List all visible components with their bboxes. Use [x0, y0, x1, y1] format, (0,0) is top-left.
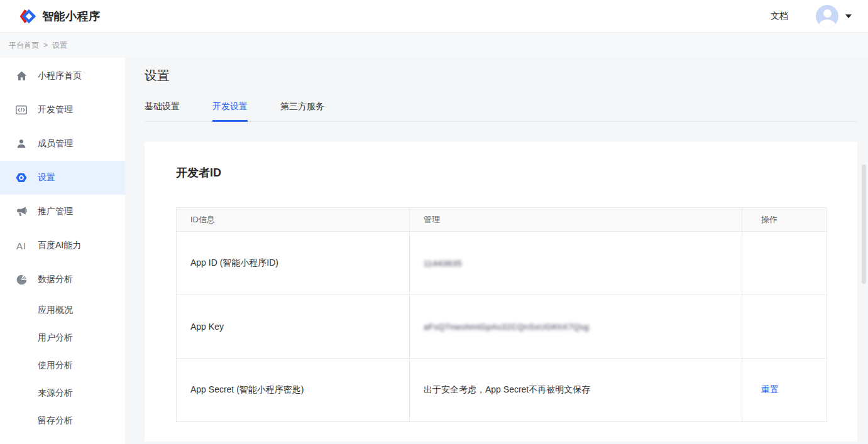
sidebar-item-label: 应用概况 [38, 305, 73, 316]
pie-chart-icon [16, 274, 27, 285]
row-label: App ID (智能小程序ID) [177, 232, 410, 295]
sidebar-item-baidu-ai[interactable]: AI 百度AI能力 [0, 229, 125, 263]
row-action-empty [742, 232, 827, 295]
sidebar-item-label: 小程序首页 [38, 70, 82, 82]
app-logo[interactable]: 智能小程序 [18, 8, 101, 24]
app-id-value-masked: 11443635 [424, 259, 462, 268]
table-row-app-id: App ID (智能小程序ID) 11443635 [177, 232, 827, 295]
settings-icon [16, 172, 27, 183]
breadcrumb-separator: > [43, 41, 48, 50]
sidebar-item-usage-analysis[interactable]: 使用分析 [0, 352, 125, 379]
megaphone-icon [16, 206, 27, 217]
app-secret-note: 出于安全考虑，App Secret不再被明文保存 [410, 359, 742, 422]
sidebar-item-label: 设置 [38, 172, 55, 183]
member-icon [16, 138, 27, 149]
chevron-down-icon[interactable] [845, 14, 852, 18]
sidebar-item-home[interactable]: 小程序首页 [0, 59, 125, 93]
sidebar-item-dev-management[interactable]: 开发管理 [0, 93, 125, 127]
docs-link[interactable]: 文档 [771, 11, 788, 22]
top-header: 智能小程序 文档 [0, 0, 868, 33]
sidebar-item-member-management[interactable]: 成员管理 [0, 127, 125, 161]
app-key-value-masked: aFsQ7nwshmtGpAs32CQnSxUGKhX7Qsg [424, 322, 589, 332]
avatar[interactable] [816, 5, 838, 28]
page-title: 设置 [145, 67, 857, 84]
sidebar-item-label: 来源分析 [38, 387, 73, 399]
table-header-row: ID信息 管理 操作 [177, 208, 827, 232]
smart-program-logo-icon [18, 8, 42, 24]
ai-icon: AI [16, 240, 27, 251]
home-icon [16, 70, 27, 82]
sidebar-item-label: 数据分析 [38, 274, 73, 285]
sidebar-item-label: 用户分析 [38, 332, 73, 344]
sidebar-item-label: 百度AI能力 [38, 240, 81, 251]
sidebar-item-app-overview[interactable]: 应用概况 [0, 296, 125, 324]
sidebar-item-promotion[interactable]: 推广管理 [0, 195, 125, 229]
column-header-id-info: ID信息 [177, 208, 410, 232]
sidebar-item-label: 成员管理 [38, 138, 73, 149]
sidebar-item-label: 使用分析 [38, 360, 73, 371]
settings-tabs: 基础设置 开发设置 第三方服务 [145, 100, 857, 122]
tab-basic-settings[interactable]: 基础设置 [145, 100, 180, 122]
sidebar-item-label: 推广管理 [38, 206, 73, 217]
breadcrumb-home[interactable]: 平台首页 [9, 40, 39, 51]
breadcrumb-current: 设置 [52, 40, 67, 51]
column-header-management: 管理 [410, 208, 742, 232]
sidebar-item-settings[interactable]: 设置 [0, 161, 125, 195]
vertical-scrollbar[interactable] [862, 165, 866, 284]
breadcrumb: 平台首页 > 设置 [0, 33, 868, 58]
developer-id-table: ID信息 管理 操作 App ID (智能小程序ID) 11443635 App… [176, 207, 827, 422]
developer-id-card: 开发者ID ID信息 管理 操作 App ID (智能小程序ID) 114436… [145, 142, 857, 441]
sidebar-item-label: 开发管理 [38, 104, 73, 116]
main-content: 设置 基础设置 开发设置 第三方服务 开发者ID ID信息 管理 操作 [125, 58, 868, 444]
tab-third-party-services[interactable]: 第三方服务 [280, 100, 324, 122]
code-icon [16, 104, 27, 116]
table-row-app-secret: App Secret (智能小程序密匙) 出于安全考虑，App Secret不再… [177, 359, 827, 422]
sidebar-item-user-analysis[interactable]: 用户分析 [0, 324, 125, 352]
sidebar: 小程序首页 开发管理 成员管理 [0, 58, 125, 444]
row-action-empty [742, 295, 827, 359]
sidebar-item-source-analysis[interactable]: 来源分析 [0, 379, 125, 407]
row-label: App Secret (智能小程序密匙) [177, 359, 410, 422]
card-heading: 开发者ID [176, 165, 827, 181]
sidebar-item-label: 留存分析 [38, 415, 73, 426]
sidebar-item-data-analysis[interactable]: 数据分析 [0, 263, 125, 296]
table-row-app-key: App Key aFsQ7nwshmtGpAs32CQnSxUGKhX7Qsg [177, 295, 827, 359]
app-title: 智能小程序 [42, 9, 101, 24]
row-label: App Key [177, 295, 410, 359]
tab-dev-settings[interactable]: 开发设置 [212, 100, 248, 122]
column-header-actions: 操作 [742, 208, 827, 232]
sidebar-item-retention-analysis[interactable]: 留存分析 [0, 407, 125, 435]
reset-link[interactable]: 重置 [761, 384, 779, 394]
